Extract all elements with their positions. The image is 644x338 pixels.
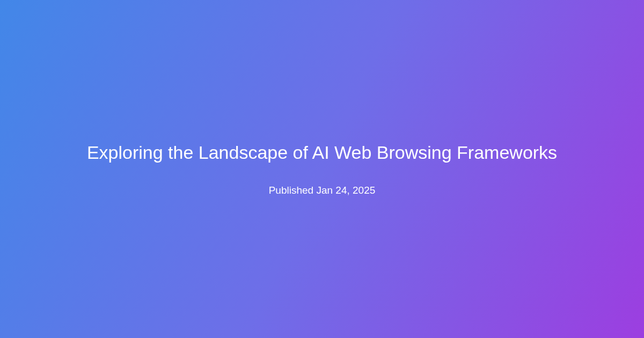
page-title: Exploring the Landscape of AI Web Browsi… <box>87 142 557 163</box>
published-date: Published Jan 24, 2025 <box>269 185 376 196</box>
